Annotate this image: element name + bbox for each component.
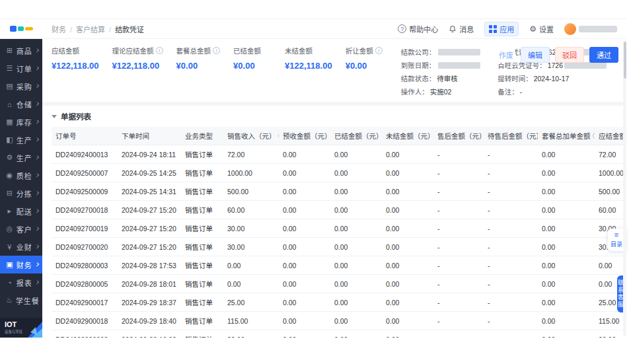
sidebar-item-icon: ¥: [6, 243, 13, 251]
cell-pending-aftersale: -: [484, 182, 538, 201]
summary-card-value: ¥122,118.00: [52, 61, 99, 71]
cell-aftersale: -: [433, 293, 484, 312]
cell-pending-aftersale: -: [484, 145, 538, 164]
chevron-right-icon: [35, 209, 40, 213]
cell-sales-income: 30.00: [223, 219, 279, 238]
cell-pending-aftersale: -: [484, 164, 538, 182]
edit-button[interactable]: 编辑: [521, 47, 550, 63]
cell-due-amount: 22.00: [595, 330, 626, 338]
cell-settled: 0.00: [330, 145, 382, 164]
vertical-scrollbar[interactable]: [623, 40, 626, 336]
cell-order-no[interactable]: DD24092900018: [52, 312, 118, 330]
cell-order-no[interactable]: DD24092700018: [52, 201, 118, 219]
table-row[interactable]: DD24092500007 2024-09-25 14:25 销售订单 1000…: [52, 164, 626, 182]
cell-prepaid: 0.00: [279, 330, 330, 338]
info-icon[interactable]: [213, 47, 220, 54]
breadcrumb-customer-settlement[interactable]: 客户结算: [66, 24, 105, 34]
settings-button[interactable]: ⚙ 设置: [529, 24, 554, 34]
summary-card: 应结金额 ¥122,118.00: [52, 46, 99, 96]
sidebar-item[interactable]: ◉ 质检: [0, 166, 42, 184]
detail-value: 待审核: [437, 73, 458, 83]
summary-card: 理论应结金额 ¥122,118.00: [112, 46, 163, 96]
table-row[interactable]: DD24092900018 2024-09-29 18:40 销售订单 115.…: [52, 312, 626, 330]
cell-order-no[interactable]: DD24092800005: [52, 275, 118, 293]
sidebar: ⊞ 商品 ☰ 订单 ▤ 采购: [0, 39, 42, 338]
sidebar-item-label: 业财: [17, 242, 32, 252]
approve-button[interactable]: 通过: [589, 47, 618, 63]
sidebar-item[interactable]: ♨ 学生餐: [0, 291, 42, 309]
sidebar-item[interactable]: ⊞ 商品: [0, 42, 42, 59]
chevron-right-icon: [35, 280, 40, 285]
sidebar-item[interactable]: ◎ 客户: [0, 220, 42, 238]
void-button[interactable]: 作废: [497, 47, 515, 63]
sidebar-item[interactable]: ☰ 订单: [0, 59, 42, 77]
sidebar-item-label: 商品: [17, 46, 32, 56]
sidebar-item[interactable]: ▦ 库存: [0, 113, 42, 131]
scrollbar-thumb[interactable]: [624, 42, 626, 79]
info-icon[interactable]: [375, 47, 383, 54]
sidebar-item[interactable]: ◔ 报表: [0, 273, 42, 291]
cell-order-no[interactable]: DD24092700019: [52, 219, 118, 238]
breadcrumb-finance[interactable]: 财务: [52, 24, 66, 34]
action-buttons: 作废 编辑 驳回 通过: [497, 47, 618, 63]
sidebar-item[interactable]: ▣ 财务: [0, 256, 42, 273]
cell-aftersale: -: [433, 145, 484, 164]
cell-business-type: 销售订单: [181, 201, 223, 219]
cell-order-no[interactable]: DD24093000003: [52, 330, 118, 338]
apps-button[interactable]: 应用: [484, 22, 519, 36]
table-row[interactable]: DD24092800005 2024-09-28 18:01 销售订单 0.00…: [52, 275, 626, 293]
cell-order-no[interactable]: DD24092400013: [52, 145, 118, 164]
app-logo[interactable]: [0, 26, 42, 32]
cell-order-no[interactable]: DD24092900017: [52, 293, 118, 312]
info-icon[interactable]: [156, 47, 163, 54]
cell-order-no[interactable]: DD24092700020: [52, 238, 118, 256]
cell-order-time: 2024-09-27 15:20: [118, 201, 181, 219]
user-account[interactable]: [564, 23, 617, 35]
detail-value: -: [520, 88, 523, 96]
sidebar-item[interactable]: ▸ 配送: [0, 202, 42, 220]
sidebar-item-label: 仓储: [17, 99, 32, 110]
cell-order-no[interactable]: DD24092800003: [52, 256, 118, 275]
cell-prepaid: 0.00: [279, 219, 330, 238]
document-list-header[interactable]: 单据列表: [52, 111, 617, 122]
table-row[interactable]: DD24092700018 2024-09-27 15:20 销售订单 60.0…: [52, 201, 626, 219]
chevron-right-icon: [35, 244, 40, 249]
table-row[interactable]: DD24092400013 2024-09-24 18:11 销售订单 72.0…: [52, 145, 626, 164]
summary-card-label: 应结金额: [52, 46, 79, 55]
column-label: 下单时间: [122, 131, 149, 141]
table-row[interactable]: DD24092800003 2024-09-28 17:53 销售订单 0.00…: [52, 256, 626, 275]
sidebar-item-icon: ▸: [6, 207, 13, 215]
sidebar-item-label: 质检: [17, 170, 32, 181]
sidebar-item[interactable]: ⌂ 仓储: [0, 95, 42, 113]
table-row[interactable]: DD24093000003 2024-09-30 10:08 销售订单 22.0…: [52, 330, 626, 338]
table-row[interactable]: DD24092900017 2024-09-29 18:37 销售订单 25.0…: [52, 293, 626, 312]
help-center-button[interactable]: 帮助中心: [398, 24, 438, 34]
chevron-right-icon: [35, 155, 40, 160]
sidebar-item[interactable]: ▤ 采购: [0, 77, 42, 95]
sidebar-item[interactable]: ¥ 业财: [0, 238, 42, 256]
reject-button[interactable]: 驳回: [555, 47, 584, 63]
sidebar-item[interactable]: ⚙ 生产: [0, 149, 42, 166]
cell-unsettled: 0.00: [382, 201, 433, 219]
detail-value: 2024-10-17: [534, 75, 570, 83]
sidebar-item-icon: ◎: [6, 225, 13, 233]
cell-order-no[interactable]: DD24092500007: [52, 164, 118, 182]
info-icon[interactable]: [593, 132, 595, 139]
cell-pending-aftersale: -: [484, 275, 538, 293]
main-content: 应结金额 ¥122,118.00 理论应结金额 ¥122,118.00: [42, 39, 626, 338]
cell-aftersale: -: [433, 312, 484, 330]
logo-block-yellow: [25, 27, 33, 30]
table-row[interactable]: DD24092700019 2024-09-27 15:20 销售订单 30.0…: [52, 219, 626, 238]
cell-order-time: 2024-09-28 18:01: [118, 275, 181, 293]
table-row[interactable]: DD24092700020 2024-09-27 15:20 销售订单 30.0…: [52, 238, 626, 256]
cell-addon-amount: 0.00: [538, 256, 595, 275]
chevron-right-icon: [35, 84, 40, 89]
summary-card-value: ¥0.00: [346, 61, 384, 71]
cell-order-no[interactable]: DD24092500009: [52, 182, 118, 201]
table-row[interactable]: DD24092500009 2024-09-25 14:31 销售订单 500.…: [52, 182, 626, 201]
cell-sales-income: 30.00: [223, 238, 279, 256]
sidebar-item[interactable]: ◧ 生产: [0, 131, 42, 149]
sidebar-item[interactable]: ⊟ 分拣: [0, 184, 42, 202]
messages-button[interactable]: 消息: [449, 24, 474, 34]
cell-pending-aftersale: -: [484, 256, 538, 275]
